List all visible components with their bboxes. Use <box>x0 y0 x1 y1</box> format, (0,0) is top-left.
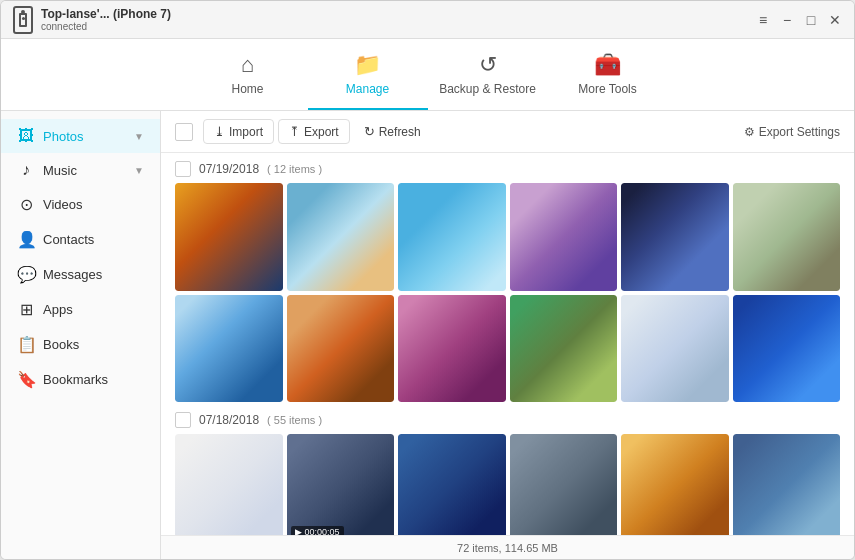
tab-tools-label: More Tools <box>578 82 636 96</box>
photo-grid-container: 07/19/2018 ( 12 items ) <box>161 153 854 535</box>
videos-icon: ⊙ <box>17 195 35 214</box>
tab-home[interactable]: ⌂ Home <box>188 39 308 110</box>
date-group-1: 07/19/2018 ( 12 items ) <box>175 161 840 402</box>
sidebar-item-bookmarks-left: 🔖 Bookmarks <box>17 370 108 389</box>
photo-thumb[interactable] <box>621 434 729 535</box>
group1-checkbox[interactable] <box>175 161 191 177</box>
status-bar: 72 items, 114.65 MB <box>161 535 854 559</box>
photo-thumb[interactable] <box>398 183 506 291</box>
sidebar-item-photos[interactable]: 🖼 Photos ▼ <box>1 119 160 153</box>
sidebar-item-messages-left: 💬 Messages <box>17 265 102 284</box>
group2-checkbox[interactable] <box>175 412 191 428</box>
photo-thumb[interactable] <box>733 295 841 403</box>
contacts-icon: 👤 <box>17 230 35 249</box>
tools-icon: 🧰 <box>594 52 621 78</box>
main-content: 🖼 Photos ▼ ♪ Music ▼ ⊙ Videos <box>1 111 854 559</box>
sidebar-item-bookmarks[interactable]: 🔖 Bookmarks <box>1 362 160 397</box>
video-duration-badge: ▶ 00:00:05 <box>291 526 344 536</box>
backup-icon: ↺ <box>479 52 497 78</box>
sidebar-item-books-label: Books <box>43 337 79 352</box>
export-icon: ⤒ <box>289 124 300 139</box>
video-play-icon: ▶ <box>295 527 302 536</box>
video-duration: 00:00:05 <box>305 527 340 536</box>
bookmarks-icon: 🔖 <box>17 370 35 389</box>
sidebar-item-music[interactable]: ♪ Music ▼ <box>1 153 160 187</box>
photo-thumb[interactable] <box>510 183 618 291</box>
refresh-label: Refresh <box>379 125 421 139</box>
gear-icon: ⚙ <box>744 125 755 139</box>
home-icon: ⌂ <box>241 52 254 78</box>
maximize-button[interactable]: □ <box>804 13 818 27</box>
sidebar-item-photos-label: Photos <box>43 129 83 144</box>
export-label: Export <box>304 125 339 139</box>
tab-home-label: Home <box>231 82 263 96</box>
photo-thumb[interactable] <box>733 183 841 291</box>
sidebar-item-music-left: ♪ Music <box>17 161 77 179</box>
sidebar-item-books[interactable]: 📋 Books <box>1 327 160 362</box>
sidebar-item-photos-left: 🖼 Photos <box>17 127 83 145</box>
sidebar-item-messages[interactable]: 💬 Messages <box>1 257 160 292</box>
import-button[interactable]: ⤓ Import <box>203 119 274 144</box>
tab-manage[interactable]: 📁 Manage <box>308 39 428 110</box>
photo-thumb[interactable] <box>621 295 729 403</box>
photos-chevron-icon: ▼ <box>134 131 144 142</box>
device-status: connected <box>41 21 171 32</box>
device-icon <box>13 6 33 34</box>
tab-backup[interactable]: ↺ Backup & Restore <box>428 39 548 110</box>
device-name: Top-lanse'... (iPhone 7) <box>41 7 171 21</box>
photo-thumb[interactable] <box>175 183 283 291</box>
device-info: Top-lanse'... (iPhone 7) connected <box>41 7 171 32</box>
sidebar-item-apps[interactable]: ⊞ Apps <box>1 292 160 327</box>
photo-thumb[interactable] <box>175 295 283 403</box>
messages-icon: 💬 <box>17 265 35 284</box>
sidebar: 🖼 Photos ▼ ♪ Music ▼ ⊙ Videos <box>1 111 161 559</box>
toolbar-actions: ⤓ Import ⤒ Export ↻ Refresh <box>175 119 431 144</box>
date-group-2: 07/18/2018 ( 55 items ) ▶ 00:00:05 <box>175 412 840 535</box>
content-area: ⤓ Import ⤒ Export ↻ Refresh ⚙ Export Set… <box>161 111 854 559</box>
photo-thumb[interactable] <box>287 295 395 403</box>
music-chevron-icon: ▼ <box>134 165 144 176</box>
close-button[interactable]: ✕ <box>828 13 842 27</box>
sidebar-item-books-left: 📋 Books <box>17 335 79 354</box>
select-all-checkbox[interactable] <box>175 123 193 141</box>
books-icon: 📋 <box>17 335 35 354</box>
sidebar-item-apps-label: Apps <box>43 302 73 317</box>
photos-icon: 🖼 <box>17 127 35 145</box>
photo-thumb[interactable] <box>398 295 506 403</box>
sidebar-item-videos[interactable]: ⊙ Videos <box>1 187 160 222</box>
photo-thumb[interactable] <box>621 183 729 291</box>
photo-thumb[interactable] <box>510 434 618 535</box>
sidebar-item-contacts-label: Contacts <box>43 232 94 247</box>
app-window: Top-lanse'... (iPhone 7) connected ≡ − □… <box>0 0 855 560</box>
menu-icon[interactable]: ≡ <box>756 13 770 27</box>
date-label-1: 07/19/2018 <box>199 162 259 176</box>
apps-icon: ⊞ <box>17 300 35 319</box>
sidebar-item-apps-left: ⊞ Apps <box>17 300 73 319</box>
photo-thumb[interactable] <box>287 183 395 291</box>
photo-thumb[interactable]: ▶ 00:00:05 <box>287 434 395 535</box>
window-controls: ≡ − □ ✕ <box>756 13 842 27</box>
date-header-2: 07/18/2018 ( 55 items ) <box>175 412 840 428</box>
nav-tabs: ⌂ Home 📁 Manage ↺ Backup & Restore 🧰 Mor… <box>1 39 854 111</box>
date-count-1: ( 12 items ) <box>267 163 322 175</box>
photo-thumb[interactable] <box>510 295 618 403</box>
export-button[interactable]: ⤒ Export <box>278 119 350 144</box>
photo-thumb[interactable] <box>175 434 283 535</box>
sidebar-item-videos-left: ⊙ Videos <box>17 195 83 214</box>
refresh-icon: ↻ <box>364 124 375 139</box>
photo-thumb[interactable] <box>398 434 506 535</box>
sidebar-item-messages-label: Messages <box>43 267 102 282</box>
export-settings-button[interactable]: ⚙ Export Settings <box>744 125 840 139</box>
date-label-2: 07/18/2018 <box>199 413 259 427</box>
title-bar-left: Top-lanse'... (iPhone 7) connected <box>13 6 171 34</box>
status-text: 72 items, 114.65 MB <box>457 542 558 554</box>
sidebar-item-bookmarks-label: Bookmarks <box>43 372 108 387</box>
sidebar-item-contacts[interactable]: 👤 Contacts <box>1 222 160 257</box>
tab-tools[interactable]: 🧰 More Tools <box>548 39 668 110</box>
music-icon: ♪ <box>17 161 35 179</box>
minimize-button[interactable]: − <box>780 13 794 27</box>
sidebar-item-music-label: Music <box>43 163 77 178</box>
date-header-1: 07/19/2018 ( 12 items ) <box>175 161 840 177</box>
refresh-button[interactable]: ↻ Refresh <box>354 120 431 143</box>
photo-thumb[interactable] <box>733 434 841 535</box>
